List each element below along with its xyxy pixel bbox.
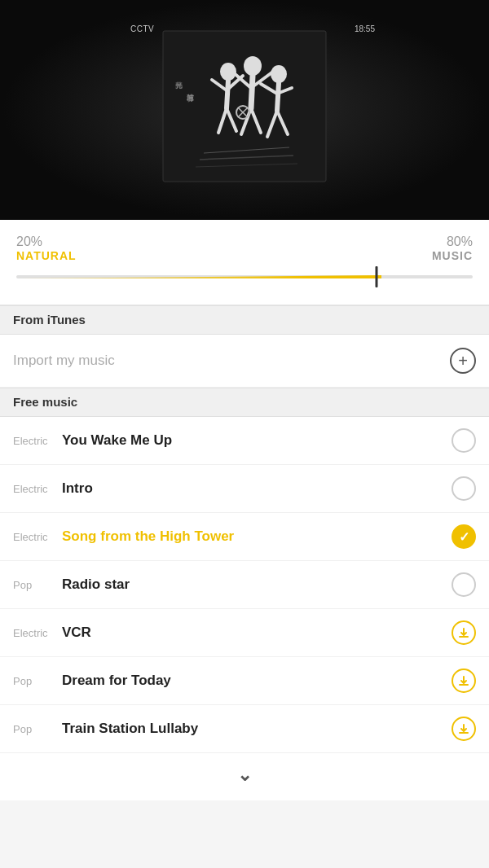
music-title-label: Intro (62, 480, 443, 497)
itunes-section-header: From iTunes (0, 305, 489, 335)
chevron-down-icon: ⌄ (237, 765, 252, 786)
cctv-badge: CCTV (130, 24, 154, 33)
music-item[interactable]: ElectricIntro (0, 465, 489, 513)
balance-section: 20% NATURAL 80% MUSIC (0, 220, 489, 305)
music-download-button[interactable] (452, 717, 476, 741)
balance-left: 20% NATURAL (16, 235, 77, 262)
music-title-label: Dream for Today (62, 673, 443, 689)
music-item[interactable]: ElectricYou Wake Me Up (0, 417, 489, 465)
natural-label: NATURAL (16, 249, 77, 262)
svg-line-5 (227, 81, 228, 108)
slider-background (16, 275, 473, 278)
music-radio-button[interactable] (452, 428, 476, 453)
music-genre-label: Pop (13, 675, 54, 687)
music-item[interactable]: PopRadio star (0, 561, 489, 609)
svg-point-16 (271, 65, 287, 83)
import-music-label: Import my music (13, 353, 115, 369)
music-genre-label: Electric (13, 483, 54, 495)
music-radio-button[interactable] (452, 476, 476, 501)
music-title-label: VCR (62, 625, 443, 641)
music-percent: 80% (432, 235, 473, 249)
music-title-label: Song from the High Tower (62, 528, 443, 545)
add-music-button[interactable]: + (450, 348, 476, 374)
balance-right: 80% MUSIC (432, 235, 473, 262)
music-genre-label: Electric (13, 531, 54, 543)
music-genre-label: Pop (13, 579, 54, 591)
music-selected-radio[interactable] (452, 524, 476, 549)
music-genre-label: Electric (13, 435, 54, 447)
music-title-label: Train Station Lullaby (62, 721, 443, 737)
music-list: ElectricYou Wake Me UpElectricIntroElect… (0, 417, 489, 753)
svg-line-11 (251, 76, 253, 108)
music-label: MUSIC (432, 249, 473, 262)
music-radio-button[interactable] (452, 572, 476, 597)
balance-labels: 20% NATURAL 80% MUSIC (16, 235, 473, 262)
music-item[interactable]: ElectricVCR (0, 609, 489, 657)
music-title-label: You Wake Me Up (62, 432, 443, 449)
header-media: CCTV 18:55 韩光 与篮球赛 (0, 0, 489, 220)
music-genre-label: Pop (13, 723, 54, 735)
balance-slider[interactable] (16, 265, 473, 288)
media-content: 韩光 与篮球赛 (155, 27, 334, 193)
music-item[interactable]: PopDream for Today (0, 657, 489, 705)
natural-percent: 20% (16, 235, 77, 249)
media-illustration: 韩光 与篮球赛 (155, 27, 334, 190)
music-title-label: Radio star (62, 576, 443, 593)
import-music-row[interactable]: Import my music + (0, 335, 489, 388)
free-music-section-header: Free music (0, 388, 489, 417)
time-badge: 18:55 (355, 24, 375, 33)
svg-point-10 (244, 56, 262, 76)
slider-fill (16, 275, 381, 278)
free-music-header-text: Free music (13, 395, 77, 409)
slider-thumb (376, 266, 378, 287)
music-download-button[interactable] (452, 620, 476, 645)
svg-line-17 (277, 83, 279, 111)
music-download-button[interactable] (452, 669, 476, 693)
itunes-header-text: From iTunes (13, 313, 86, 327)
music-genre-label: Electric (13, 627, 54, 639)
bottom-chevron-area[interactable]: ⌄ (0, 753, 489, 800)
music-item[interactable]: PopTrain Station Lullaby (0, 705, 489, 753)
music-item[interactable]: ElectricSong from the High Tower (0, 513, 489, 561)
